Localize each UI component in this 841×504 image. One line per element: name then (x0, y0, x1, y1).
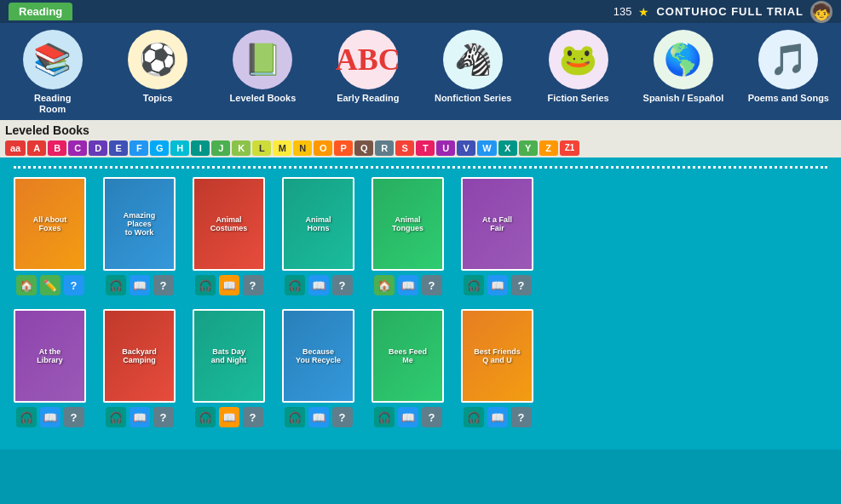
book-animal-costumes[interactable]: AnimalCostumes 🎧 📖 ? (193, 177, 265, 295)
nav-nonfiction[interactable]: 🦓 Nonfiction Series (426, 30, 520, 104)
help-btn-tongues[interactable]: ? (422, 275, 442, 295)
audio-btn-fair[interactable]: 🎧 (464, 275, 484, 295)
book-camping[interactable]: BackyardCamping 🎧 📖 ? (103, 309, 176, 427)
audio-btn-bestfriends[interactable]: 🎧 (464, 407, 484, 427)
level-tab-a[interactable]: A (27, 140, 46, 156)
edit-btn-foxes[interactable]: ✏️ (40, 275, 60, 295)
level-tab-u[interactable]: U (436, 140, 455, 156)
help-btn-costumes[interactable]: ? (243, 275, 263, 295)
audio-btn-recycle[interactable]: 🎧 (285, 407, 305, 427)
book-cover-library: At theLibrary (14, 309, 86, 403)
book-icons-animal-horns: 🎧 📖 ? (285, 275, 353, 295)
audio-btn-library[interactable]: 🎧 (16, 407, 37, 427)
level-tab-s[interactable]: S (395, 140, 414, 156)
nav-spanish[interactable]: 🌎 Spanish / Español (637, 30, 730, 104)
audio-btn-amazing[interactable]: 🎧 (106, 275, 126, 295)
help-btn-horns[interactable]: ? (332, 275, 353, 295)
book-all-about-foxes[interactable]: All AboutFoxes 🏠 ✏️ ? (14, 177, 86, 295)
level-tab-z[interactable]: Z (539, 140, 558, 156)
level-tab-m[interactable]: M (273, 140, 291, 156)
help-btn-bees[interactable]: ? (422, 407, 442, 427)
book-fall-fair[interactable]: At a FallFair 🎧 📖 ? (461, 177, 533, 295)
header-right: 135 ★ CONTUHOC FULL TRIAL 🧒 (613, 1, 832, 23)
book-best-friends[interactable]: Best FriendsQ and U 🎧 📖 ? (461, 309, 533, 427)
home-btn-tongues[interactable]: 🏠 (374, 275, 395, 295)
book-btn-tongues[interactable]: 📖 (398, 275, 418, 295)
reading-tab[interactable]: Reading (9, 3, 72, 20)
level-tab-h[interactable]: H (170, 140, 189, 156)
book-btn-camping[interactable]: 📖 (130, 407, 150, 427)
level-tab-aa[interactable]: aa (5, 140, 26, 156)
level-tab-w[interactable]: W (477, 140, 496, 156)
level-tab-l[interactable]: L (252, 140, 271, 156)
help-btn-recycle[interactable]: ? (332, 407, 353, 427)
level-tab-o[interactable]: O (314, 140, 332, 156)
book-icons-bees: 🎧 📖 ? (374, 407, 442, 427)
book-btn-horns[interactable]: 📖 (308, 275, 329, 295)
book-library[interactable]: At theLibrary 🎧 📖 ? (14, 309, 86, 427)
book-cover-camping: BackyardCamping (103, 309, 176, 403)
help-btn-camping[interactable]: ? (153, 407, 174, 427)
level-tab-x[interactable]: X (498, 140, 517, 156)
level-tab-k[interactable]: K (232, 140, 251, 156)
audio-btn-costumes[interactable]: 🎧 (195, 275, 216, 295)
book-cover-animal-tongues: AnimalTongues (372, 177, 444, 271)
help-btn-bats[interactable]: ? (243, 407, 263, 427)
trial-label: CONTUHOC FULL TRIAL (656, 5, 804, 18)
audio-btn-camping[interactable]: 🎧 (106, 407, 126, 427)
book-cover-bees: Bees FeedMe (372, 309, 444, 403)
help-btn-amazing[interactable]: ? (153, 275, 174, 295)
level-tab-v[interactable]: V (457, 140, 475, 156)
level-tab-c[interactable]: C (68, 140, 87, 156)
level-tab-n[interactable]: N (293, 140, 312, 156)
level-tab-g[interactable]: G (150, 140, 169, 156)
level-tab-d[interactable]: D (89, 140, 107, 156)
book-amazing-places[interactable]: AmazingPlacesto Work 🎧 📖 ? (103, 177, 176, 295)
level-tab-t[interactable]: T (416, 140, 435, 156)
book-icons-fall-fair: 🎧 📖 ? (464, 275, 532, 295)
level-tab-f[interactable]: F (130, 140, 148, 156)
book-btn-bees[interactable]: 📖 (398, 407, 418, 427)
nav-fiction[interactable]: 🐸 Fiction Series (532, 30, 625, 104)
help-btn-foxes[interactable]: ? (64, 275, 84, 295)
audio-btn-horns[interactable]: 🎧 (285, 275, 305, 295)
book-btn-library[interactable]: 📖 (40, 407, 60, 427)
nav-early-reading[interactable]: ABC Early Reading (321, 30, 415, 104)
audio-btn-bees[interactable]: 🎧 (374, 407, 395, 427)
level-tab-p[interactable]: P (334, 140, 353, 156)
book-animal-horns[interactable]: AnimalHorns 🎧 📖 ? (282, 177, 354, 295)
book-btn-bats[interactable]: 📖 (219, 407, 239, 427)
help-btn-fair[interactable]: ? (511, 275, 532, 295)
book-icons-amazing-places: 🎧 📖 ? (106, 275, 174, 295)
level-tab-i[interactable]: I (191, 140, 210, 156)
help-btn-library[interactable]: ? (64, 407, 84, 427)
level-tab-z1[interactable]: Z1 (560, 140, 580, 156)
book-btn-costumes[interactable]: 📖 (219, 275, 239, 295)
level-tab-r[interactable]: R (375, 140, 394, 156)
points-display: 135 (613, 5, 632, 18)
level-tab-e[interactable]: E (109, 140, 128, 156)
home-btn-foxes[interactable]: 🏠 (16, 275, 37, 295)
nav-poems-songs-label: Poems and Songs (748, 93, 829, 104)
book-btn-recycle[interactable]: 📖 (308, 407, 329, 427)
book-btn-amazing[interactable]: 📖 (130, 275, 150, 295)
book-animal-tongues[interactable]: AnimalTongues 🏠 📖 ? (372, 177, 444, 295)
avatar[interactable]: 🧒 (810, 1, 832, 23)
help-btn-bestfriends[interactable]: ? (511, 407, 532, 427)
book-btn-fair[interactable]: 📖 (487, 275, 508, 295)
nav-leveled-books[interactable]: 📗 Leveled Books (216, 30, 309, 104)
level-tab-q[interactable]: Q (354, 140, 373, 156)
book-recycle[interactable]: BecauseYou Recycle 🎧 📖 ? (282, 309, 354, 427)
nav-topics[interactable]: ⚽ Topics (111, 30, 204, 104)
header: Reading 135 ★ CONTUHOC FULL TRIAL 🧒 (0, 0, 841, 23)
nav-reading-room[interactable]: 📚 ReadingRoom (6, 30, 100, 115)
level-tab-j[interactable]: J (211, 140, 230, 156)
audio-btn-bats[interactable]: 🎧 (195, 407, 216, 427)
level-tab-b[interactable]: B (48, 140, 66, 156)
book-cover-amazing-places: AmazingPlacesto Work (103, 177, 176, 271)
book-btn-bestfriends[interactable]: 📖 (487, 407, 508, 427)
book-bats[interactable]: Bats Dayand Night 🎧 📖 ? (193, 309, 265, 427)
level-tab-y[interactable]: Y (519, 140, 538, 156)
book-bees[interactable]: Bees FeedMe 🎧 📖 ? (372, 309, 444, 427)
nav-poems-songs[interactable]: 🎵 Poems and Songs (741, 30, 835, 104)
